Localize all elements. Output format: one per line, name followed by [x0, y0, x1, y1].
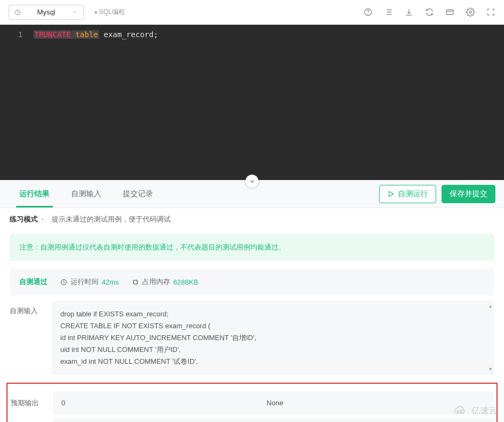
svg-point-2 [368, 14, 368, 15]
refresh-icon[interactable] [424, 8, 434, 17]
save-submit-button[interactable]: 保存并提交 [442, 185, 495, 203]
card-icon[interactable] [445, 8, 454, 17]
notice-banner: 注意：自测用例通过仅代表自测时使用的数据通过，不代表题目的测试用例均能通过。 [10, 234, 494, 261]
runtime-stat: 运行时间 42ms [60, 277, 119, 287]
help-icon[interactable] [363, 8, 373, 17]
chip-icon [132, 279, 139, 286]
pass-badge: 自测通过 [19, 277, 47, 287]
expected-label: 预期输出 [11, 398, 45, 408]
output-comparison: 预期输出 0 None 实际输出 0 None [6, 383, 498, 422]
mode-row: 练习模式 提示未通过的测试用例，便于代码调试 [0, 208, 504, 231]
collapse-handle[interactable] [246, 175, 258, 188]
list-icon[interactable] [383, 8, 393, 17]
watermark: 亿速云 [452, 405, 498, 417]
svg-point-7 [457, 410, 459, 412]
download-icon[interactable] [404, 8, 414, 17]
database-name: Mysql [37, 8, 55, 16]
self-input-row: 自测输入 drop table if EXISTS exam_record; C… [10, 301, 494, 375]
tab-actions: 自测运行 保存并提交 [379, 185, 495, 203]
self-input-content[interactable]: drop table if EXISTS exam_record; CREATE… [52, 301, 494, 375]
fullscreen-icon[interactable] [486, 8, 495, 17]
keyword-table: table [75, 30, 98, 39]
actual-output-row: 实际输出 0 None [11, 418, 493, 422]
clock-icon [15, 9, 21, 16]
svg-point-8 [460, 410, 462, 412]
gear-icon[interactable] [465, 8, 475, 17]
dot-icon [95, 11, 97, 13]
mode-hint: 提示未通过的测试用例，便于代码调试 [52, 215, 171, 224]
code-editor[interactable]: 1 TRUNCATE table exam_record; [0, 25, 504, 180]
code-text: exam_record; [103, 30, 158, 39]
clock-icon [60, 279, 67, 286]
tab-run-result[interactable]: 运行结果 [9, 180, 60, 207]
self-run-button[interactable]: 自测运行 [379, 185, 436, 203]
chevron-down-icon [72, 9, 78, 16]
svg-rect-6 [134, 280, 137, 284]
status-row: 自测通过 运行时间 42ms 占用内存 6288KB [10, 268, 494, 295]
self-input-label: 自测输入 [10, 301, 44, 375]
tab-self-input[interactable]: 自测输入 [60, 180, 112, 207]
expected-content: 0 None [53, 391, 493, 414]
svg-point-4 [469, 11, 471, 13]
toolbar-actions [363, 8, 495, 17]
keyword-truncate: TRUNCATE [34, 30, 71, 39]
expected-output-row: 预期输出 0 None [11, 391, 493, 414]
toolbar: Mysql SQL编程 [0, 0, 504, 25]
memory-stat: 占用内存 6288KB [132, 277, 198, 287]
cloud-icon [452, 405, 468, 417]
svg-rect-3 [446, 10, 453, 15]
scroll-down-icon[interactable]: ▼ [488, 366, 493, 372]
tab-submit-history[interactable]: 提交记录 [112, 180, 164, 207]
code-content[interactable]: TRUNCATE table exam_record; [29, 25, 504, 180]
scroll-up-icon[interactable]: ▲ [488, 304, 493, 309]
mode-select[interactable]: 练习模式 [10, 215, 45, 224]
actual-content: 0 None [53, 418, 493, 422]
database-select[interactable]: Mysql [9, 5, 84, 20]
scrollbar[interactable]: ▲ ▼ [488, 304, 493, 372]
sql-mode-label: SQL编程 [95, 8, 125, 17]
line-gutter: 1 [0, 25, 29, 180]
